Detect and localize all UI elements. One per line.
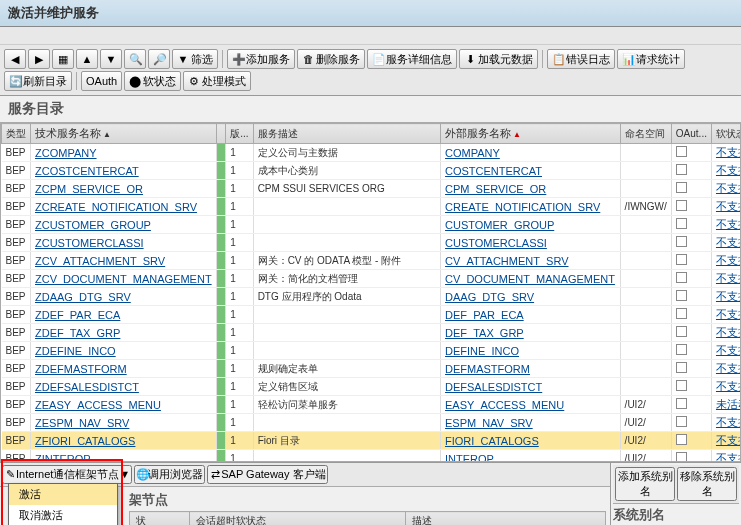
col-desc[interactable]: 服务描述 xyxy=(253,124,440,144)
refresh-catalog-button[interactable]: 🔄刷新目录 xyxy=(4,71,72,91)
cell-oauth[interactable] xyxy=(671,306,711,324)
col-version[interactable]: 版... xyxy=(226,124,253,144)
error-log-button[interactable]: 📋错误日志 xyxy=(547,49,615,69)
cell-tech-name[interactable]: ZDEFMASTFORM xyxy=(31,360,217,378)
table-row[interactable]: BEPZDEF_TAX_GRP1DEF_TAX_GRP不支持基于路由 xyxy=(2,324,742,342)
cell-soft[interactable]: 未活动 xyxy=(711,396,741,414)
cell-soft[interactable]: 不支持 xyxy=(711,306,741,324)
add-service-button[interactable]: ➕添加服务 xyxy=(227,49,295,69)
cell-soft[interactable]: 不支持 xyxy=(711,414,741,432)
cell-ext-name[interactable]: COSTCENTERCAT xyxy=(441,162,621,180)
cell-ext-name[interactable]: DEF_TAX_GRP xyxy=(441,324,621,342)
cell-oauth[interactable] xyxy=(671,414,711,432)
table-row[interactable]: BEPZEASY_ACCESS_MENU1轻松访问菜单服务EASY_ACCESS… xyxy=(2,396,742,414)
cell-tech-name[interactable]: ZCOSTCENTERCAT xyxy=(31,162,217,180)
cell-tech-name[interactable]: ZCV_ATTACHMENT_SRV xyxy=(31,252,217,270)
sort-asc-button[interactable]: ▲ xyxy=(76,49,98,69)
cell-tech-name[interactable]: ZESPM_NAV_SRV xyxy=(31,414,217,432)
cell-oauth[interactable] xyxy=(671,216,711,234)
cell-soft[interactable]: 不支持 xyxy=(711,378,741,396)
icf-col-path[interactable]: 会话超时软状态 xyxy=(189,512,405,526)
cell-tech-name[interactable]: ZCPM_SERVICE_OR xyxy=(31,180,217,198)
cell-soft[interactable]: 不支持 xyxy=(711,360,741,378)
col-ns[interactable]: 命名空间 xyxy=(620,124,671,144)
cell-ext-name[interactable]: ESPM_NAV_SRV xyxy=(441,414,621,432)
cell-oauth[interactable] xyxy=(671,432,711,450)
table-row[interactable]: BEPZCOMPANY1定义公司与主数据COMPANY不支持基于路由 xyxy=(2,144,742,162)
icf-col-desc[interactable]: 描述 xyxy=(406,512,606,526)
cell-tech-name[interactable]: ZCUSTOMERCLASSI xyxy=(31,234,217,252)
icf-col-status[interactable]: 状 xyxy=(130,512,190,526)
cell-ext-name[interactable]: CV_DOCUMENT_MANAGEMENT xyxy=(441,270,621,288)
cell-oauth[interactable] xyxy=(671,270,711,288)
cell-tech-name[interactable]: ZINTEROP xyxy=(31,450,217,463)
cell-ext-name[interactable]: CV_ATTACHMENT_SRV xyxy=(441,252,621,270)
cell-tech-name[interactable]: ZCOMPANY xyxy=(31,144,217,162)
cell-soft[interactable]: 不支持 xyxy=(711,432,741,450)
cell-oauth[interactable] xyxy=(671,144,711,162)
remove-alias-button[interactable]: 移除系统别名 xyxy=(677,467,737,501)
cell-oauth[interactable] xyxy=(671,162,711,180)
search-next-button[interactable]: 🔎 xyxy=(148,49,170,69)
cell-soft[interactable]: 不支持 xyxy=(711,144,741,162)
table-row[interactable]: BEPZESPM_NAV_SRV1ESPM_NAV_SRV/UI2/不支持基于路… xyxy=(2,414,742,432)
service-table-wrap[interactable]: 类型 技术服务名称▲ 版... 服务描述 外部服务名称▲ 命名空间 OAut..… xyxy=(0,122,741,462)
cell-ext-name[interactable]: CREATE_NOTIFICATION_SRV xyxy=(441,198,621,216)
back-button[interactable]: ◀ xyxy=(4,49,26,69)
cell-tech-name[interactable]: ZFIORI_CATALOGS xyxy=(31,432,217,450)
cell-ext-name[interactable]: DEFSALESDISTCT xyxy=(441,378,621,396)
sort-desc-button[interactable]: ▼ xyxy=(100,49,122,69)
table-row[interactable]: BEPZCPM_SERVICE_OR1CPM SSUI SERVICES ORG… xyxy=(2,180,742,198)
cell-soft[interactable]: 不支持 xyxy=(711,216,741,234)
cell-soft[interactable]: 不支持 xyxy=(711,270,741,288)
table-row[interactable]: BEPZINTEROP1INTEROP/UI2/不支持基于路由 xyxy=(2,450,742,463)
cell-tech-name[interactable]: ZCV_DOCUMENT_MANAGEMENT xyxy=(31,270,217,288)
cell-soft[interactable]: 不支持 xyxy=(711,162,741,180)
table-row[interactable]: BEPZFIORI_CATALOGS1Fiori 目录FIORI_CATALOG… xyxy=(2,432,742,450)
cell-ext-name[interactable]: DEFINE_INCO xyxy=(441,342,621,360)
col-soft[interactable]: 软状态 xyxy=(711,124,741,144)
search-button[interactable]: 🔍 xyxy=(124,49,146,69)
cell-oauth[interactable] xyxy=(671,234,711,252)
table-row[interactable]: BEPZCUSTOMERCLASSI1CUSTOMERCLASSI不支持基于路由 xyxy=(2,234,742,252)
cell-ext-name[interactable]: DEFMASTFORM xyxy=(441,360,621,378)
cell-tech-name[interactable]: ZDEFINE_INCO xyxy=(31,342,217,360)
load-metadata-button[interactable]: ⬇加载元数据 xyxy=(459,49,538,69)
table-row[interactable]: BEPZDEFINE_INCO1DEFINE_INCO不支持基于路由 xyxy=(2,342,742,360)
cell-ext-name[interactable]: FIORI_CATALOGS xyxy=(441,432,621,450)
col-oauth[interactable]: OAut... xyxy=(671,124,711,144)
col-tech-name[interactable]: 技术服务名称▲ xyxy=(31,124,217,144)
cell-tech-name[interactable]: ZEASY_ACCESS_MENU xyxy=(31,396,217,414)
cell-oauth[interactable] xyxy=(671,396,711,414)
table-row[interactable]: BEPZDAAG_DTG_SRV1DTG 应用程序的 OdataDAAG_DTG… xyxy=(2,288,742,306)
cell-soft[interactable]: 不支持 xyxy=(711,198,741,216)
col-indicator[interactable] xyxy=(217,124,226,144)
cell-ext-name[interactable]: CUSTOMERCLASSI xyxy=(441,234,621,252)
table-row[interactable]: BEPZCOSTCENTERCAT1成本中心类别COSTCENTERCAT不支持… xyxy=(2,162,742,180)
cell-soft[interactable]: 不支持 xyxy=(711,252,741,270)
cell-tech-name[interactable]: ZCREATE_NOTIFICATION_SRV xyxy=(31,198,217,216)
col-type[interactable]: 类型 xyxy=(2,124,31,144)
cell-oauth[interactable] xyxy=(671,324,711,342)
cell-oauth[interactable] xyxy=(671,378,711,396)
cell-oauth[interactable] xyxy=(671,198,711,216)
process-mode-button[interactable]: ⚙处理模式 xyxy=(183,71,251,91)
internet-node-button[interactable]: ✎Internet通信框架节点▼ xyxy=(2,465,132,484)
col-ext-name[interactable]: 外部服务名称▲ xyxy=(441,124,621,144)
table-row[interactable]: BEPZCV_ATTACHMENT_SRV1网关：CV 的 ODATA 模型 -… xyxy=(2,252,742,270)
cell-ext-name[interactable]: INTEROP xyxy=(441,450,621,463)
cell-tech-name[interactable]: ZDEF_TAX_GRP xyxy=(31,324,217,342)
cell-oauth[interactable] xyxy=(671,342,711,360)
table-row[interactable]: BEPZCREATE_NOTIFICATION_SRV1CREATE_NOTIF… xyxy=(2,198,742,216)
table-row[interactable]: BEPZCV_DOCUMENT_MANAGEMENT1网关：简化的文档管理CV_… xyxy=(2,270,742,288)
cell-tech-name[interactable]: ZDEF_PAR_ECA xyxy=(31,306,217,324)
grid-button[interactable]: ▦ xyxy=(52,49,74,69)
cell-soft[interactable]: 不支持 xyxy=(711,450,741,463)
cell-soft[interactable]: 不支持 xyxy=(711,324,741,342)
soft-state-button[interactable]: ⬤软状态 xyxy=(124,71,181,91)
request-stats-button[interactable]: 📊请求统计 xyxy=(617,49,685,69)
menu-cancel-activate[interactable]: 取消激活 xyxy=(9,505,117,525)
cell-soft[interactable]: 不支持 xyxy=(711,180,741,198)
delete-service-button[interactable]: 🗑删除服务 xyxy=(297,49,365,69)
cell-oauth[interactable] xyxy=(671,360,711,378)
